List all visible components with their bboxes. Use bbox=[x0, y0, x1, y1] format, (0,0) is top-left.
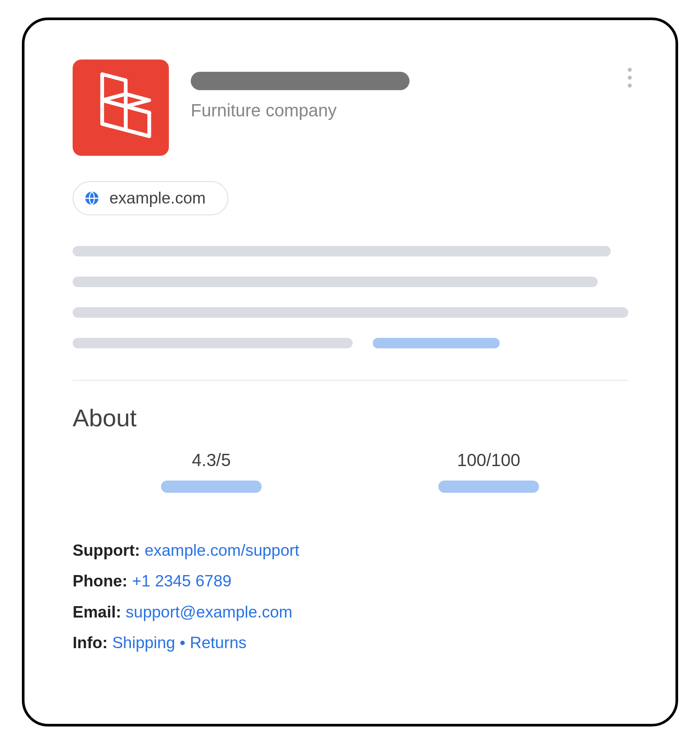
info-label: Info: bbox=[73, 634, 108, 652]
more-options-button[interactable] bbox=[628, 64, 632, 91]
email-link[interactable]: support@example.com bbox=[126, 603, 292, 621]
score-source-placeholder[interactable] bbox=[438, 481, 539, 493]
company-name-placeholder bbox=[191, 72, 410, 90]
desc-link-placeholder[interactable] bbox=[373, 338, 500, 348]
email-row: Email: support@example.com bbox=[73, 597, 627, 628]
contact-info: Support: example.com/support Phone: +1 2… bbox=[73, 535, 627, 658]
support-row: Support: example.com/support bbox=[73, 535, 627, 566]
rating-value: 4.3/5 bbox=[192, 450, 231, 470]
title-block: Furniture company bbox=[191, 60, 627, 120]
email-label: Email: bbox=[73, 603, 121, 621]
company-logo bbox=[73, 60, 169, 156]
desc-line-placeholder bbox=[73, 307, 628, 318]
section-divider bbox=[73, 380, 627, 381]
support-label: Support: bbox=[73, 541, 140, 559]
chair-icon bbox=[88, 70, 154, 145]
rating-score: 100/100 bbox=[350, 450, 627, 512]
phone-label: Phone: bbox=[73, 572, 127, 590]
company-category: Furniture company bbox=[191, 101, 627, 120]
panel-header: Furniture company bbox=[73, 60, 627, 156]
knowledge-panel-card: Furniture company example.com About 4.3/… bbox=[22, 18, 678, 726]
desc-line-placeholder bbox=[73, 277, 598, 287]
website-chip-text: example.com bbox=[109, 189, 206, 207]
phone-link[interactable]: +1 2345 6789 bbox=[132, 572, 231, 590]
svg-line-4 bbox=[102, 124, 126, 130]
desc-line-placeholder bbox=[73, 338, 353, 348]
website-chip[interactable]: example.com bbox=[73, 181, 228, 215]
rating-reviews: 4.3/5 bbox=[73, 450, 350, 512]
score-value: 100/100 bbox=[457, 450, 521, 470]
desc-line-placeholder bbox=[73, 246, 611, 256]
description-block bbox=[73, 246, 627, 348]
rating-source-placeholder[interactable] bbox=[161, 481, 262, 493]
about-heading: About bbox=[73, 404, 627, 432]
ratings-row: 4.3/5 100/100 bbox=[73, 450, 627, 512]
info-row: Info: Shipping • Returns bbox=[73, 628, 627, 658]
svg-line-5 bbox=[126, 130, 149, 136]
separator-dot: • bbox=[180, 634, 186, 652]
globe-icon bbox=[84, 190, 100, 206]
phone-row: Phone: +1 2345 6789 bbox=[73, 566, 627, 597]
returns-link[interactable]: Returns bbox=[190, 634, 247, 652]
shipping-link[interactable]: Shipping bbox=[112, 634, 175, 652]
support-link[interactable]: example.com/support bbox=[144, 541, 299, 559]
